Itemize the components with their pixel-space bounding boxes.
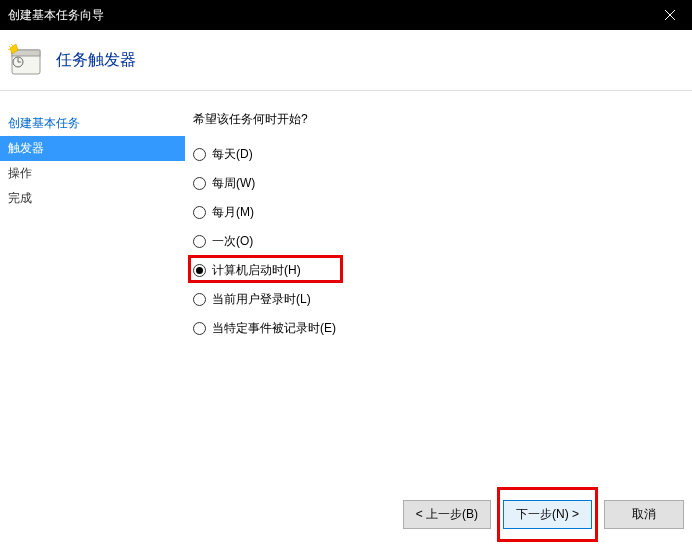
- radio-once[interactable]: 一次(O): [193, 233, 692, 250]
- close-icon: [665, 10, 675, 20]
- radio-label: 当特定事件被记录时(E): [212, 320, 336, 337]
- wizard-steps-sidebar: 创建基本任务 触发器 操作 完成: [0, 91, 185, 501]
- sidebar-item-trigger[interactable]: 触发器: [0, 136, 185, 161]
- radio-user-logon[interactable]: 当前用户登录时(L): [193, 291, 692, 308]
- radio-label: 当前用户登录时(L): [212, 291, 311, 308]
- sidebar-item-action[interactable]: 操作: [0, 161, 185, 186]
- wizard-icon: [8, 42, 44, 78]
- highlight-box-next: 下一步(N) >: [497, 487, 598, 542]
- radio-label: 每天(D): [212, 146, 253, 163]
- radio-monthly[interactable]: 每月(M): [193, 204, 692, 221]
- radio-specific-event[interactable]: 当特定事件被记录时(E): [193, 320, 692, 337]
- radio-daily[interactable]: 每天(D): [193, 146, 692, 163]
- radio-weekly[interactable]: 每周(W): [193, 175, 692, 192]
- sidebar-item-finish[interactable]: 完成: [0, 186, 185, 211]
- trigger-radio-group: 每天(D) 每周(W) 每月(M) 一次(O) 计算机启动时(H) 当前: [193, 146, 692, 337]
- next-button[interactable]: 下一步(N) >: [503, 500, 592, 529]
- radio-label: 每周(W): [212, 175, 255, 192]
- radio-icon: [193, 206, 206, 219]
- titlebar: 创建基本任务向导: [0, 0, 692, 30]
- radio-icon: [193, 177, 206, 190]
- sidebar-item-create-task[interactable]: 创建基本任务: [0, 111, 185, 136]
- radio-label: 计算机启动时(H): [212, 262, 301, 279]
- radio-icon: [193, 293, 206, 306]
- page-title: 任务触发器: [56, 50, 136, 71]
- radio-icon: [193, 322, 206, 335]
- trigger-question: 希望该任务何时开始?: [193, 111, 692, 128]
- cancel-button[interactable]: 取消: [604, 500, 684, 529]
- radio-icon: [193, 148, 206, 161]
- content-area: 创建基本任务 触发器 操作 完成 希望该任务何时开始? 每天(D) 每周(W) …: [0, 91, 692, 501]
- radio-computer-startup[interactable]: 计算机启动时(H): [193, 262, 692, 279]
- radio-icon: [193, 235, 206, 248]
- back-button[interactable]: < 上一步(B): [403, 500, 491, 529]
- main-panel: 希望该任务何时开始? 每天(D) 每周(W) 每月(M) 一次(O) 计算机: [185, 91, 692, 501]
- wizard-header: 任务触发器: [0, 30, 692, 91]
- radio-icon: [193, 264, 206, 277]
- radio-label: 每月(M): [212, 204, 254, 221]
- window-title: 创建基本任务向导: [8, 7, 104, 24]
- close-button[interactable]: [647, 0, 692, 30]
- radio-label: 一次(O): [212, 233, 253, 250]
- wizard-footer: < 上一步(B) 下一步(N) > 取消: [403, 487, 684, 542]
